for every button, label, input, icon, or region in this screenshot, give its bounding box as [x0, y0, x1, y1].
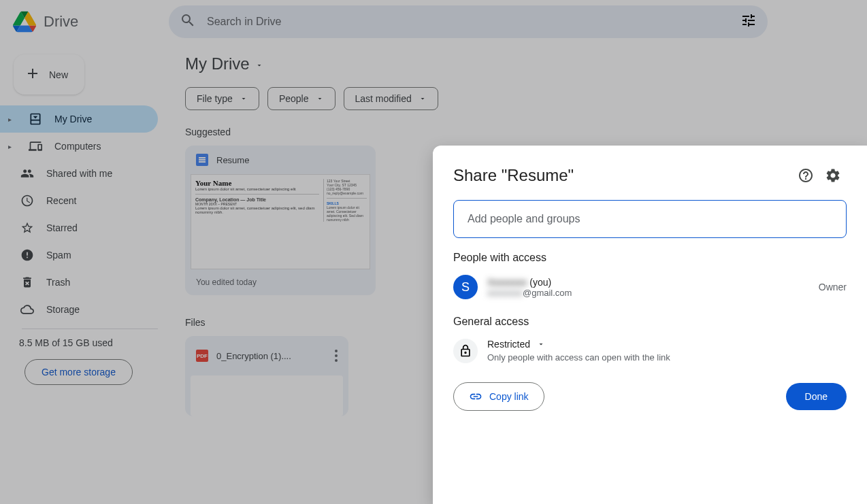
people-with-access-heading: People with access [453, 252, 847, 264]
person-name: Xxxxxxxx (you) [487, 277, 809, 288]
copy-link-button[interactable]: Copy link [453, 382, 544, 411]
settings-button[interactable] [819, 162, 847, 189]
person-email: xxxxxxxx@gmail.com [487, 288, 809, 298]
general-access-dropdown[interactable]: Restricted [487, 339, 670, 350]
link-icon [469, 390, 482, 403]
share-dialog: Share "Resume" People with access S Xxxx… [433, 146, 867, 504]
general-access-heading: General access [453, 316, 847, 328]
done-button[interactable]: Done [786, 383, 847, 410]
help-button[interactable] [792, 162, 819, 189]
person-role: Owner [819, 282, 847, 292]
caret-down-icon [537, 340, 545, 348]
help-icon [798, 167, 814, 184]
dialog-title: Share "Resume" [453, 166, 792, 185]
lock-icon [453, 339, 478, 363]
general-access-desc: Only people with access can open with th… [487, 352, 670, 363]
add-people-input[interactable] [453, 200, 847, 238]
gear-icon [825, 167, 841, 184]
avatar: S [453, 275, 478, 299]
person-row: S Xxxxxxxx (you) xxxxxxxx@gmail.com Owne… [453, 275, 847, 299]
